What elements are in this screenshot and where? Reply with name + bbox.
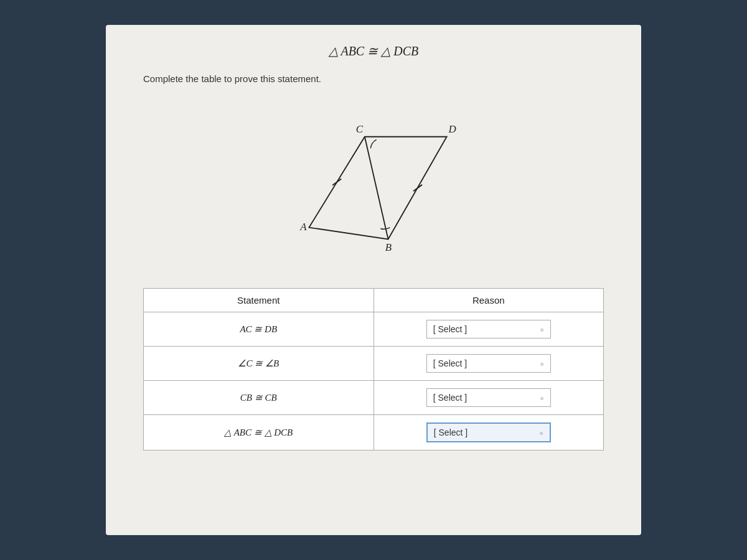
svg-line-1 <box>365 137 388 240</box>
reason-select-4[interactable]: [ Select ] ⬦ <box>426 422 551 442</box>
select-label-3: [ Select ] <box>433 393 467 403</box>
reason-cell-2: [ Select ] ⬦ <box>374 347 604 381</box>
dropdown-arrow-2: ⬦ <box>540 359 544 368</box>
table-row: ∠C ≅ ∠B [ Select ] ⬦ <box>144 347 604 381</box>
svg-line-3 <box>413 185 422 191</box>
vertex-B-label: B <box>385 241 392 253</box>
reason-cell-4: [ Select ] ⬦ <box>374 415 604 450</box>
page-title: △ ABC ≅ △ DCB <box>143 44 604 58</box>
geometry-diagram: A B C D <box>143 96 604 271</box>
reason-cell-1: [ Select ] ⬦ <box>374 312 604 347</box>
main-page: △ ABC ≅ △ DCB Complete the table to prov… <box>106 25 641 535</box>
table-row: AC ≅ DB [ Select ] ⬦ <box>144 312 604 347</box>
table-row: △ ABC ≅ △ DCB [ Select ] ⬦ <box>144 415 604 450</box>
reason-select-2[interactable]: [ Select ] ⬦ <box>426 354 551 373</box>
reason-header: Reason <box>374 289 604 312</box>
svg-marker-0 <box>309 137 446 240</box>
svg-line-2 <box>332 179 341 185</box>
select-label-2: [ Select ] <box>433 358 467 368</box>
dropdown-arrow-3: ⬦ <box>540 393 544 402</box>
statement-4: △ ABC ≅ △ DCB <box>144 415 374 450</box>
reason-cell-3: [ Select ] ⬦ <box>374 381 604 415</box>
statement-2: ∠C ≅ ∠B <box>144 347 374 381</box>
vertex-A-label: A <box>299 221 307 233</box>
statement-header: Statement <box>144 289 374 312</box>
proof-table: Statement Reason AC ≅ DB [ Select ] ⬦ ∠C… <box>143 288 604 450</box>
statement-3: CB ≅ CB <box>144 381 374 415</box>
page-subtitle: Complete the table to prove this stateme… <box>143 73 604 84</box>
select-label-4: [ Select ] <box>434 427 467 437</box>
table-row: CB ≅ CB [ Select ] ⬦ <box>144 381 604 415</box>
dropdown-arrow-4: ⬦ <box>539 428 543 437</box>
select-label-1: [ Select ] <box>433 324 467 334</box>
vertex-C-label: C <box>356 123 364 135</box>
reason-select-1[interactable]: [ Select ] ⬦ <box>426 320 551 338</box>
vertex-D-label: D <box>448 123 456 135</box>
reason-select-3[interactable]: [ Select ] ⬦ <box>426 388 551 407</box>
diagram-svg: A B C D <box>274 96 473 271</box>
dropdown-arrow-1: ⬦ <box>540 325 544 334</box>
statement-1: AC ≅ DB <box>144 312 374 347</box>
